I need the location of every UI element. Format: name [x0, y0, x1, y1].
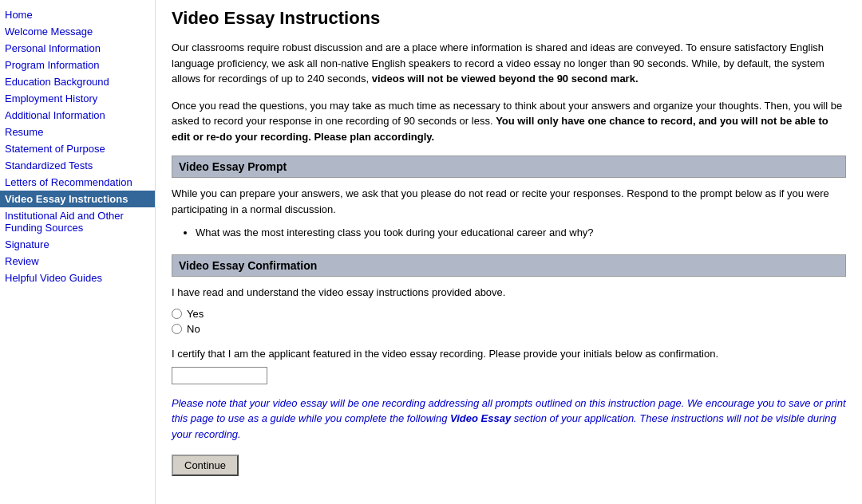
- confirmation-section-header: Video Essay Confirmation: [172, 254, 846, 277]
- confirmation-label: I have read and understand the video ess…: [172, 285, 846, 301]
- sidebar-item-education-background[interactable]: Education Background: [0, 73, 155, 90]
- sidebar-item-home[interactable]: Home: [0, 6, 155, 23]
- radio-no-input[interactable]: [172, 324, 182, 334]
- radio-yes-input[interactable]: [172, 309, 182, 319]
- sidebar: HomeWelcome MessagePersonal InformationP…: [0, 0, 156, 504]
- notice-text: Please note that your video essay will b…: [172, 396, 846, 443]
- radio-no-label: No: [187, 323, 200, 335]
- certify-label: I certify that I am the applicant featur…: [172, 346, 846, 362]
- page-title: Video Essay Instructions: [172, 8, 846, 29]
- sidebar-item-additional-information[interactable]: Additional Information: [0, 107, 155, 124]
- main-content: Video Essay Instructions Our classrooms …: [156, 0, 862, 504]
- sidebar-item-program-information[interactable]: Program Information: [0, 57, 155, 73]
- prompt-list: What was the most interesting class you …: [196, 225, 846, 242]
- sidebar-item-review[interactable]: Review: [0, 253, 155, 270]
- radio-no-option[interactable]: No: [172, 323, 846, 335]
- radio-group-read: Yes No: [172, 308, 846, 335]
- sidebar-item-signature[interactable]: Signature: [0, 236, 155, 253]
- intro-paragraph-2: Once you read the questions, you may tak…: [172, 98, 846, 145]
- radio-yes-option[interactable]: Yes: [172, 308, 846, 320]
- intro-bold-2: You will only have one chance to record,…: [172, 115, 828, 143]
- prompt-section-header: Video Essay Prompt: [172, 156, 846, 178]
- sidebar-item-standardized-tests[interactable]: Standardized Tests: [0, 157, 155, 174]
- sidebar-item-letters-of-recommendation[interactable]: Letters of Recommendation: [0, 174, 155, 191]
- sidebar-item-personal-information[interactable]: Personal Information: [0, 40, 155, 57]
- sidebar-item-statement-of-purpose[interactable]: Statement of Purpose: [0, 140, 155, 157]
- intro-bold-1: videos will not be viewed beyond the 90 …: [372, 73, 639, 85]
- intro-paragraph-1: Our classrooms require robust discussion…: [172, 40, 846, 87]
- radio-yes-label: Yes: [187, 308, 204, 320]
- sidebar-item-video-essay-instructions[interactable]: Video Essay Instructions: [0, 191, 155, 207]
- notice-bold: Video Essay: [450, 412, 511, 424]
- prompt-body: While you can prepare your answers, we a…: [172, 186, 846, 217]
- sidebar-item-institutional-aid[interactable]: Institutional Aid and Other Funding Sour…: [0, 207, 155, 236]
- sidebar-item-helpful-video-guides[interactable]: Helpful Video Guides: [0, 270, 155, 286]
- sidebar-item-welcome-message[interactable]: Welcome Message: [0, 23, 155, 40]
- prompt-question: What was the most interesting class you …: [196, 225, 846, 242]
- initials-input[interactable]: [172, 367, 267, 384]
- sidebar-item-resume[interactable]: Resume: [0, 124, 155, 140]
- continue-button[interactable]: Continue: [172, 455, 239, 476]
- sidebar-item-employment-history[interactable]: Employment History: [0, 90, 155, 107]
